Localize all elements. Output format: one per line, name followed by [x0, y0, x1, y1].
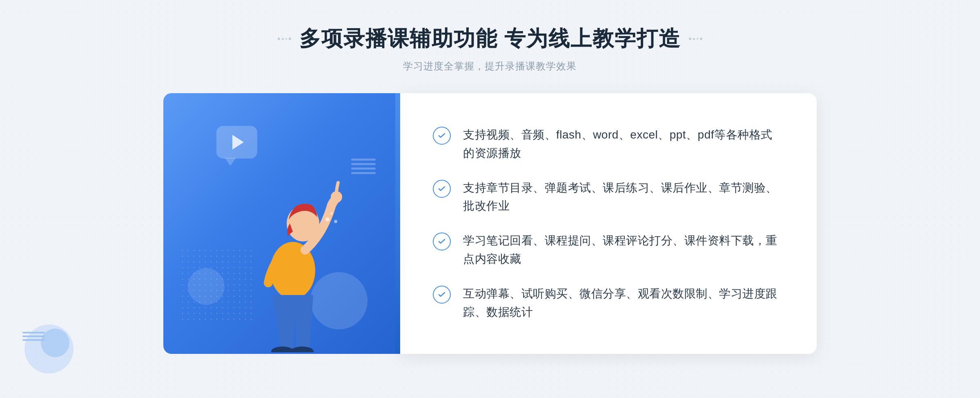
page-subtitle: 学习进度全掌握，提升录播课教学效果	[278, 60, 702, 73]
svg-point-7	[334, 220, 337, 223]
svg-point-6	[330, 212, 333, 215]
svg-point-5	[325, 217, 330, 221]
person-svg	[229, 156, 360, 352]
svg-point-4	[291, 347, 314, 352]
illustration-card	[163, 93, 400, 354]
play-bubble	[216, 126, 257, 159]
header-decoration: 多项录播课辅助功能 专为线上教学打造	[278, 25, 702, 53]
illus-circle-medium	[188, 268, 225, 305]
feature-item-4: 互动弹幕、试听购买、微信分享、观看次数限制、学习进度跟踪、数据统计	[433, 277, 784, 330]
feature-text-4: 互动弹幕、试听购买、微信分享、观看次数限制、学习进度跟踪、数据统计	[463, 285, 784, 322]
check-icon-4	[433, 286, 451, 304]
features-card: 支持视频、音频、flash、word、excel、ppt、pdf等各种格式的资源…	[400, 93, 817, 354]
check-icon-1	[433, 127, 451, 145]
page-title: 多项录播课辅助功能 专为线上教学打造	[299, 25, 681, 53]
feature-item-3: 学习笔记回看、课程提问、课程评论打分、课件资料下载，重点内容收藏	[433, 224, 784, 277]
header: 多项录播课辅助功能 专为线上教学打造 学习进度全掌握，提升录播课教学效果	[278, 0, 702, 73]
feature-text-3: 学习笔记回看、课程提问、课程评论打分、课件资料下载，重点内容收藏	[463, 232, 784, 268]
check-icon-3	[433, 233, 451, 250]
feature-text-1: 支持视频、音频、flash、word、excel、ppt、pdf等各种格式的资源…	[463, 126, 784, 163]
main-content: 支持视频、音频、flash、word、excel、ppt、pdf等各种格式的资源…	[163, 93, 817, 354]
deco-circle-small	[41, 329, 69, 357]
feature-item-1: 支持视频、音频、flash、word、excel、ppt、pdf等各种格式的资源…	[433, 118, 784, 171]
play-triangle-icon	[232, 135, 244, 150]
feature-text-2: 支持章节目录、弹题考试、课后练习、课后作业、章节测验、批改作业	[463, 179, 784, 216]
feature-item-2: 支持章节目录、弹题考试、课后练习、课后作业、章节测验、批改作业	[433, 171, 784, 224]
deco-line-1	[22, 332, 45, 333]
right-dot-decoration	[689, 38, 702, 40]
deco-line-2	[22, 335, 45, 337]
left-dot-decoration	[278, 38, 291, 40]
deco-line-3	[22, 339, 45, 341]
page-container: » 多项录播课辅助功能 专为线上教学打造 学习进度全掌握，提升录播课教学效果	[0, 0, 980, 398]
deco-lines	[22, 332, 45, 341]
check-icon-2	[433, 180, 451, 198]
person-figure	[229, 156, 360, 354]
